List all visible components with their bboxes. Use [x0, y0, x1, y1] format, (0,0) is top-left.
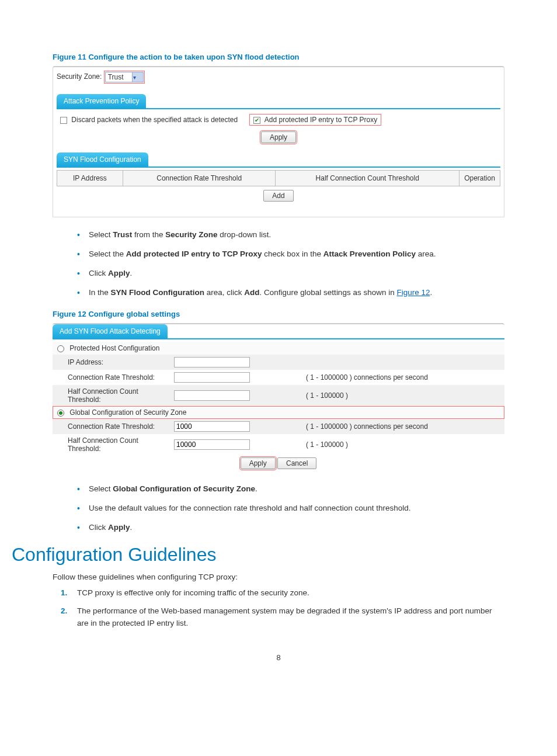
global-config-label: Global Configuration of Security Zone — [69, 408, 186, 417]
figure-12-link[interactable]: Figure 12 — [396, 288, 430, 297]
col-ip: IP Address — [57, 171, 123, 186]
list-item: Select the Add protected IP entry to TCP… — [77, 248, 504, 261]
checkbox-checked-icon: ✔ — [253, 117, 260, 124]
security-zone-select[interactable]: Trust ▾ — [105, 72, 144, 82]
cancel-button[interactable]: Cancel — [277, 457, 316, 469]
chevron-down-icon[interactable]: ▾ — [132, 72, 143, 82]
apply-button[interactable]: Apply — [261, 131, 296, 143]
add-syn-flood-tab[interactable]: Add SYN Flood Attack Detecting — [53, 324, 168, 338]
add-button[interactable]: Add — [263, 190, 293, 202]
conn-rate-hint-2: ( 1 - 1000000 ) connections per second — [301, 419, 504, 434]
half-conn-input-2[interactable] — [174, 439, 250, 450]
attack-prevention-policy-tab[interactable]: Attack Prevention Policy — [57, 94, 146, 108]
syn-flood-table: IP Address Connection Rate Threshold Hal… — [57, 170, 500, 186]
list-item: 2.The performance of the Web-based manag… — [61, 605, 504, 630]
protected-host-label: Protected Host Configuration — [69, 344, 159, 352]
guidelines-intro: Follow these guidelines when configuring… — [53, 573, 504, 581]
list-item: Use the default values for the connectio… — [77, 502, 504, 515]
instructions-list-1: Select Trust from the Security Zone drop… — [77, 229, 504, 299]
list-item: Click Apply. — [77, 268, 504, 280]
half-conn-input-1[interactable] — [174, 390, 250, 401]
global-config-radio[interactable] — [57, 410, 64, 417]
apply-button-2[interactable]: Apply — [241, 457, 276, 469]
page-number: 8 — [53, 653, 504, 662]
protected-host-radio[interactable] — [57, 345, 64, 352]
conn-rate-input-2[interactable] — [174, 421, 250, 432]
figure11-caption: Figure 11 Configure the action to be tak… — [53, 53, 504, 61]
add-protected-ip-label: Add protected IP entry to TCP Proxy — [264, 116, 377, 124]
discard-checkbox-wrap[interactable]: Discard packets when the specified attac… — [60, 116, 238, 124]
add-protected-ip-checkbox-wrap[interactable]: ✔ Add protected IP entry to TCP Proxy — [249, 114, 381, 126]
guidelines-list: 1.TCP proxy is effective only for incomi… — [61, 587, 504, 630]
figure12-caption: Figure 12 Configure global settings — [53, 310, 504, 318]
list-item: Select Trust from the Security Zone drop… — [77, 229, 504, 241]
half-conn-hint-1: ( 1 - 100000 ) — [301, 385, 504, 406]
ip-address-label: IP Address: — [53, 355, 169, 370]
figure11-panel: Security Zone: Trust ▾ Attack Prevention… — [53, 66, 504, 217]
configuration-guidelines-heading: Configuration Guidelines — [12, 544, 504, 566]
conn-rate-label-2: Connection Rate Threshold: — [53, 419, 169, 434]
col-rate: Connection Rate Threshold — [123, 171, 276, 186]
list-item: 1.TCP proxy is effective only for incomi… — [61, 587, 504, 599]
conn-rate-label-1: Connection Rate Threshold: — [53, 370, 169, 385]
col-half: Half Connection Count Threshold — [276, 171, 459, 186]
security-zone-label: Security Zone: — [57, 72, 102, 81]
half-conn-hint-2: ( 1 - 100000 ) — [301, 434, 504, 455]
discard-label: Discard packets when the specified attac… — [71, 116, 238, 124]
conn-rate-input-1[interactable] — [174, 372, 250, 383]
ip-address-input[interactable] — [174, 357, 250, 367]
half-conn-label-1: Half Connection Count Threshold: — [53, 385, 169, 406]
half-conn-label-2: Half Connection Count Threshold: — [53, 434, 169, 455]
syn-flood-config-tab[interactable]: SYN Flood Configuration — [57, 152, 148, 167]
instructions-list-2: Select Global Configuration of Security … — [77, 483, 504, 534]
figure12-panel: Add SYN Flood Attack Detecting Protected… — [53, 323, 504, 471]
list-item: Click Apply. — [77, 522, 504, 534]
checkbox-unchecked-icon — [60, 117, 67, 124]
col-op: Operation — [459, 171, 500, 186]
list-item: In the SYN Flood Configuration area, cli… — [77, 287, 504, 299]
list-item: Select Global Configuration of Security … — [77, 483, 504, 495]
security-zone-value: Trust — [106, 73, 132, 81]
conn-rate-hint-1: ( 1 - 1000000 ) connections per second — [301, 370, 504, 385]
